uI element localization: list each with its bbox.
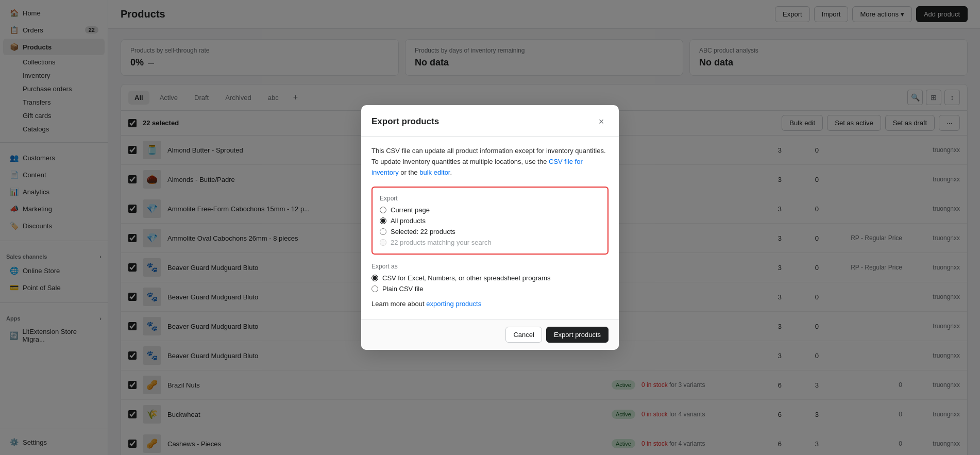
export-as-radio-group: CSV for Excel, Numbers, or other spreads… (371, 274, 609, 293)
export-section: Export Current page All products Selecte… (371, 187, 609, 255)
modal-desc-end: . (450, 168, 452, 176)
export-option-all-products[interactable]: All products (380, 217, 600, 225)
bulk-editor-link[interactable]: bulk editor (419, 168, 450, 176)
radio-current-page[interactable] (380, 207, 386, 213)
exporting-products-link[interactable]: exporting products (426, 300, 481, 308)
export-option-matching: 22 products matching your search (380, 239, 600, 246)
learn-more-prefix: Learn more about (371, 300, 426, 308)
csv-excel-label: CSV for Excel, Numbers, or other spreads… (382, 274, 551, 282)
export-option-selected[interactable]: Selected: 22 products (380, 228, 600, 235)
modal-header: Export products × (361, 105, 619, 137)
modal-overlay[interactable]: Export products × This CSV file can upda… (0, 0, 980, 455)
export-as-plain-csv[interactable]: Plain CSV file (371, 285, 609, 293)
export-as-section: Export as CSV for Excel, Numbers, or oth… (371, 263, 609, 293)
export-as-label: Export as (371, 263, 609, 270)
modal-footer: Cancel Export products (361, 319, 619, 350)
modal-desc-part2: or the (399, 168, 419, 176)
modal-body: This CSV file can update all product inf… (361, 137, 619, 318)
modal-close-button[interactable]: × (594, 114, 609, 129)
export-modal: Export products × This CSV file can upda… (361, 105, 619, 349)
export-radio-group: Current page All products Selected: 22 p… (380, 206, 600, 246)
radio-csv-excel[interactable] (371, 275, 378, 281)
current-page-label: Current page (391, 206, 430, 214)
selected-label: Selected: 22 products (391, 228, 455, 235)
modal-description: This CSV file can update all product inf… (371, 146, 609, 178)
export-option-current-page[interactable]: Current page (380, 206, 600, 214)
radio-all-products[interactable] (380, 217, 386, 224)
matching-label: 22 products matching your search (391, 239, 492, 246)
all-products-label: All products (391, 217, 426, 225)
radio-selected[interactable] (380, 228, 386, 235)
modal-title: Export products (371, 116, 439, 127)
export-products-button[interactable]: Export products (546, 327, 609, 343)
radio-plain-csv[interactable] (371, 285, 378, 292)
export-as-csv-excel[interactable]: CSV for Excel, Numbers, or other spreads… (371, 274, 609, 282)
export-section-label: Export (380, 195, 600, 202)
plain-csv-label: Plain CSV file (382, 285, 423, 293)
learn-more-text: Learn more about exporting products (371, 300, 609, 308)
cancel-button[interactable]: Cancel (505, 327, 542, 343)
radio-matching (380, 239, 386, 246)
